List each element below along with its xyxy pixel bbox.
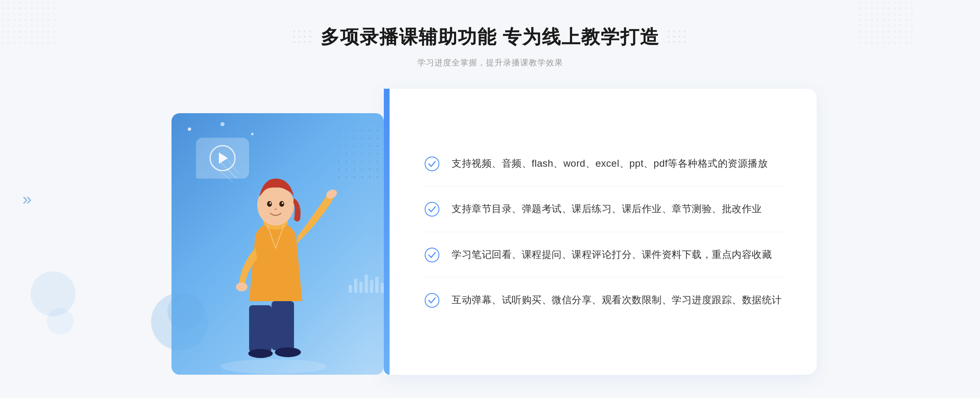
svg-point-164 (248, 349, 273, 358)
svg-point-170 (279, 201, 284, 207)
illustration-container (163, 89, 392, 375)
left-chevron-decoration: » (22, 190, 31, 208)
card-accent-bar (384, 89, 390, 375)
header-section: 多项录播课辅助功能 专为线上教学打造 学习进度全掌握，提升录播课教学效果 (293, 25, 687, 68)
play-icon-circle (209, 145, 236, 171)
feature-text-4: 互动弹幕、试听购买、微信分享、观看次数限制、学习进度跟踪、数据统计 (452, 292, 782, 308)
feature-item-3: 学习笔记回看、课程提问、课程评论打分、课件资料下载，重点内容收藏 (425, 232, 784, 277)
feature-text-3: 学习笔记回看、课程提问、课程评论打分、课件资料下载，重点内容收藏 (452, 247, 772, 262)
feature-text-2: 支持章节目录、弹题考试、课后练习、课后作业、章节测验、批改作业 (452, 201, 762, 217)
svg-point-180 (425, 293, 439, 307)
svg-point-171 (270, 202, 271, 204)
check-icon-2 (425, 202, 439, 217)
sparkle-1 (188, 127, 191, 131)
subtitle: 学习进度全掌握，提升录播课教学效果 (293, 57, 687, 68)
svg-rect-161 (272, 301, 294, 350)
title-decoration-left (293, 30, 312, 44)
check-icon-4 (425, 293, 439, 308)
feature-text-1: 支持视频、音频、flash、word、excel、ppt、pdf等各种格式的资源… (452, 156, 768, 171)
svg-point-178 (425, 202, 439, 216)
title-decoration-right (668, 30, 687, 44)
svg-point-160 (220, 359, 327, 374)
svg-point-172 (282, 202, 283, 204)
page-circle-small (47, 308, 74, 335)
title-row: 多项录播课辅助功能 专为线上教学打造 (293, 25, 687, 50)
chevron-icon: » (22, 190, 31, 208)
feature-item-1: 支持视频、音频、flash、word、excel、ppt、pdf等各种格式的资源… (425, 141, 784, 186)
dots-grid-right (668, 30, 687, 44)
main-title: 多项录播课辅助功能 专为线上教学打造 (321, 25, 660, 50)
feature-item-2: 支持章节目录、弹题考试、课后练习、课后作业、章节测验、批改作业 (425, 186, 784, 232)
svg-point-173 (274, 208, 277, 210)
sparkle-3 (220, 122, 225, 126)
page-container: 多项录播课辅助功能 专为线上教学打造 学习进度全掌握，提升录播课教学效果 (0, 0, 980, 398)
check-icon-1 (425, 157, 439, 171)
dots-grid-left (293, 30, 312, 44)
content-section: 支持视频、音频、flash、word、excel、ppt、pdf等各种格式的资源… (163, 89, 817, 375)
svg-point-163 (275, 347, 301, 357)
content-card: 支持视频、音频、flash、word、excel、ppt、pdf等各种格式的资源… (384, 89, 817, 375)
bar-decoration (349, 275, 384, 293)
svg-point-179 (425, 248, 439, 262)
sparkle-2 (251, 133, 254, 135)
svg-rect-162 (249, 305, 272, 352)
feature-item-4: 互动弹幕、试听购买、微信分享、观看次数限制、学习进度跟踪、数据统计 (425, 277, 784, 322)
play-triangle-icon (219, 152, 228, 164)
svg-point-177 (425, 157, 439, 171)
svg-point-169 (267, 201, 272, 207)
play-bubble (196, 138, 249, 179)
svg-point-168 (236, 282, 247, 291)
check-icon-3 (425, 248, 439, 262)
